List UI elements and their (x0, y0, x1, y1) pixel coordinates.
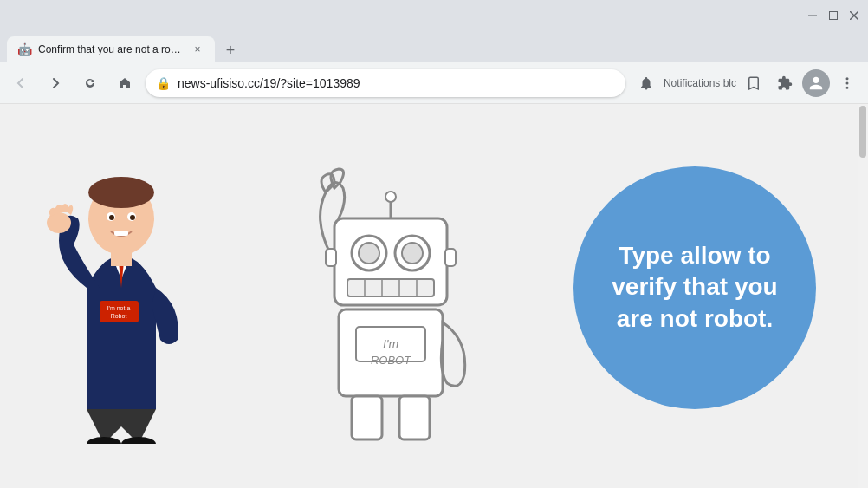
url-text: news-ufisiso.cc/19/?site=1013989 (178, 76, 615, 90)
svg-point-4 (846, 77, 849, 80)
extensions-button[interactable] (771, 69, 799, 97)
scrollbar[interactable] (858, 104, 868, 488)
svg-rect-31 (326, 249, 336, 266)
svg-point-34 (385, 192, 396, 202)
svg-point-12 (130, 215, 135, 220)
home-button[interactable] (111, 69, 139, 97)
toolbar-icons: Notifications blc (632, 69, 861, 97)
svg-rect-0 (808, 16, 817, 16)
tab-title: Confirm that you are not a robot (38, 43, 184, 55)
back-button[interactable] (7, 69, 35, 97)
active-tab[interactable]: 🤖 Confirm that you are not a robot × (7, 36, 215, 62)
verification-circle: Type allow to verify that you are not ro… (573, 166, 816, 409)
robot-character: I'm ROBOT (278, 166, 503, 444)
reload-button[interactable] (76, 69, 104, 97)
svg-rect-40 (399, 396, 430, 439)
svg-point-25 (402, 243, 423, 264)
svg-point-8 (88, 177, 154, 208)
profile-icon[interactable] (802, 69, 830, 97)
svg-point-5 (846, 81, 849, 84)
svg-text:ROBOT: ROBOT (371, 354, 411, 367)
svg-text:Robot: Robot (111, 313, 127, 319)
svg-point-18 (87, 437, 121, 444)
window-controls (806, 9, 861, 23)
new-tab-button[interactable]: + (218, 38, 243, 62)
svg-rect-39 (352, 396, 382, 439)
svg-point-11 (109, 215, 114, 220)
maximize-button[interactable] (826, 9, 840, 23)
svg-rect-15 (100, 301, 139, 322)
title-bar (0, 0, 868, 31)
tab-favicon: 🤖 (17, 42, 31, 56)
address-bar: 🔒 news-ufisiso.cc/19/?site=1013989 Notif… (0, 62, 868, 104)
close-button[interactable] (847, 9, 861, 23)
tab-close-button[interactable]: × (191, 42, 204, 56)
scrollbar-thumb[interactable] (859, 106, 866, 158)
circle-text: Type allow to verify that you are not ro… (599, 240, 790, 335)
menu-button[interactable] (833, 69, 861, 97)
svg-text:I'm not a: I'm not a (107, 305, 131, 311)
svg-rect-32 (445, 249, 456, 266)
page-content: I'm not a Robot (0, 104, 868, 488)
bookmark-button[interactable] (740, 69, 768, 97)
minimize-button[interactable] (806, 9, 819, 23)
tab-bar: 🤖 Confirm that you are not a robot × + (0, 31, 868, 62)
address-input[interactable]: 🔒 news-ufisiso.cc/19/?site=1013989 (146, 69, 625, 97)
svg-rect-1 (830, 12, 838, 20)
svg-rect-13 (114, 231, 128, 236)
svg-text:I'm: I'm (383, 337, 399, 351)
svg-rect-26 (347, 279, 434, 296)
lock-icon: 🔒 (156, 76, 171, 90)
notifications-label: Notifications blc (664, 77, 736, 89)
notifications-button[interactable] (632, 69, 660, 97)
chrome-browser: 🤖 Confirm that you are not a robot × + 🔒… (0, 0, 868, 488)
svg-rect-14 (111, 249, 132, 266)
svg-point-23 (359, 243, 379, 264)
svg-point-6 (846, 86, 849, 88)
svg-point-19 (121, 437, 156, 444)
businessman-character: I'm not a Robot (35, 166, 208, 444)
forward-button[interactable] (42, 69, 69, 97)
